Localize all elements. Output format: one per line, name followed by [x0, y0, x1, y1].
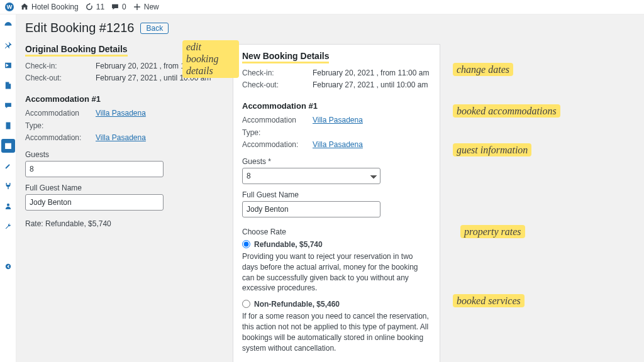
- comments-link[interactable]: 0: [111, 3, 126, 11]
- sidebar-users[interactable]: [1, 199, 15, 213]
- pin-icon: [4, 41, 13, 50]
- original-guests-label: Guests: [25, 150, 220, 159]
- sliders-icon: [4, 242, 13, 251]
- wordpress-icon: W: [5, 3, 14, 11]
- sidebar-pages[interactable]: [1, 79, 15, 92]
- annotation-change-dates: change dates: [453, 63, 513, 76]
- refresh-icon: [85, 3, 94, 11]
- choose-rate-label: Choose Rate: [242, 228, 431, 236]
- wrench-icon: [4, 222, 13, 231]
- original-checkin-label: Check-in:: [25, 60, 96, 72]
- new-label: New: [144, 3, 159, 11]
- page-title: Edit Booking #1216: [25, 21, 134, 35]
- original-rate-line: Rate: Refundable, $5,740: [25, 219, 220, 228]
- sidebar-bookings[interactable]: [1, 139, 15, 153]
- new-booking-column: New Booking Details Check-in: February 2…: [233, 44, 440, 362]
- annotation-rates: property rates: [460, 225, 525, 238]
- sidebar-media[interactable]: [1, 58, 15, 72]
- annotation-guest-info: guest information: [453, 143, 531, 156]
- new-accom-label: Accommodation:: [242, 139, 313, 151]
- new-fullname-input[interactable]: [242, 201, 380, 217]
- rate-nonref-desc: If for a some reason you need to cancel …: [242, 311, 431, 353]
- sidebar-tools[interactable]: [1, 219, 15, 233]
- original-fullname-label: Full Guest Name: [25, 184, 220, 192]
- annotation-edit-details: edit booking details: [182, 40, 239, 78]
- original-checkout-label: Check-out:: [25, 72, 96, 84]
- brush-icon: [4, 162, 13, 170]
- rate-nonref-label: Non-Refundable, $5,460: [254, 300, 340, 309]
- comment-icon: [111, 3, 119, 11]
- annotation-services: booked services: [453, 294, 525, 307]
- sidebar-posts[interactable]: [1, 38, 15, 52]
- sidebar-plugins[interactable]: [1, 179, 15, 193]
- updates-count: 11: [96, 3, 104, 11]
- gauge-icon: [4, 21, 13, 30]
- chat-icon: [4, 101, 13, 110]
- building-icon: [4, 121, 13, 130]
- sidebar-dashboard[interactable]: [1, 18, 15, 32]
- new-link[interactable]: New: [133, 3, 159, 11]
- rate-refundable-label: Refundable, $5,740: [254, 240, 323, 249]
- annotation-booked-accom: booked accommodations: [453, 104, 560, 118]
- site-link[interactable]: Hotel Booking: [20, 3, 79, 11]
- new-fullname-label: Full Guest Name: [242, 190, 431, 199]
- sidebar-settings[interactable]: [1, 239, 15, 253]
- calendar-icon: [4, 141, 13, 150]
- original-accom-type-link[interactable]: Villa Pasadena: [96, 109, 146, 118]
- original-accom-label: Accommodation:: [25, 132, 96, 144]
- sidebar-appearance[interactable]: [1, 159, 15, 173]
- new-guests-select[interactable]: 8: [242, 168, 380, 184]
- collapse-icon: [4, 262, 13, 271]
- rate-refundable-radio[interactable]: [242, 240, 250, 248]
- user-icon: [4, 202, 13, 211]
- new-checkout-value: February 27, 2021 , until 10:00 am: [313, 79, 428, 91]
- admin-sidebar: [0, 14, 16, 362]
- new-guests-label: Guests *: [242, 157, 431, 166]
- back-button[interactable]: Back: [140, 23, 169, 34]
- original-accom-link[interactable]: Villa Pasadena: [96, 133, 146, 142]
- main-content: Edit Booking #1216 Back Original Booking…: [16, 14, 644, 362]
- new-checkin-label: Check-in:: [242, 67, 313, 79]
- rate-nonref-radio[interactable]: [242, 300, 250, 308]
- media-icon: [4, 61, 13, 70]
- new-accom-type-label: Accommodation Type:: [242, 114, 313, 138]
- new-accom-title: Accommodation #1: [242, 101, 431, 111]
- plus-icon: [133, 3, 142, 11]
- site-name: Hotel Booking: [31, 3, 79, 11]
- admin-bar: W Hotel Booking 11 0 New: [0, 0, 644, 14]
- page-icon: [4, 81, 13, 90]
- original-guests-input: [25, 161, 164, 177]
- wp-logo[interactable]: W: [5, 3, 14, 11]
- original-title: Original Booking Details: [25, 44, 128, 57]
- original-accom-type-label: Accommodation Type:: [25, 107, 96, 131]
- updates-link[interactable]: 11: [85, 3, 104, 11]
- new-title: New Booking Details: [242, 51, 329, 63]
- rate-refundable-desc: Providing you want to reject your reserv…: [242, 251, 431, 293]
- sidebar-accommodation[interactable]: [1, 119, 15, 133]
- sidebar-comments[interactable]: [1, 99, 15, 112]
- home-icon: [20, 3, 29, 11]
- comments-count: 0: [122, 3, 126, 11]
- plug-icon: [4, 182, 13, 190]
- new-checkin-value: February 20, 2021 , from 11:00 am: [313, 67, 429, 79]
- new-accom-link[interactable]: Villa Pasadena: [313, 140, 363, 149]
- new-accom-type-link[interactable]: Villa Pasadena: [313, 116, 363, 124]
- sidebar-collapse[interactable]: [1, 260, 15, 273]
- original-fullname-input: [25, 194, 164, 211]
- new-checkout-label: Check-out:: [242, 79, 313, 91]
- original-accom-title: Accommodation #1: [25, 94, 220, 104]
